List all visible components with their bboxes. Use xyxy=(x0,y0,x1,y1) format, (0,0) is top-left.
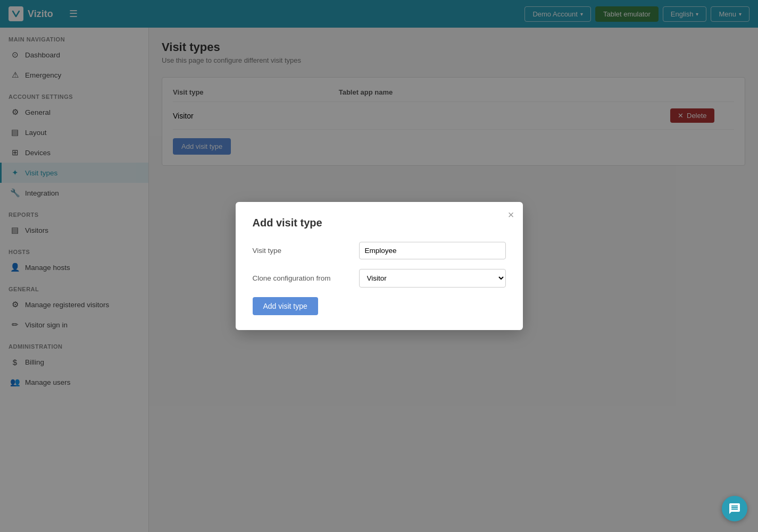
modal-title: Add visit type xyxy=(253,217,506,229)
modal-submit-button[interactable]: Add visit type xyxy=(253,297,318,315)
clone-config-field-label: Clone configuration from xyxy=(253,274,359,282)
visit-type-field-label: Visit type xyxy=(253,247,359,255)
clone-config-field-row: Clone configuration from Visitor Employe… xyxy=(253,269,506,288)
visit-type-field-row: Visit type xyxy=(253,242,506,259)
clone-config-select[interactable]: Visitor Employee xyxy=(359,269,506,288)
modal-close-button[interactable]: × xyxy=(508,209,514,220)
visit-type-input[interactable] xyxy=(359,242,506,259)
add-visit-type-modal: × Add visit type Visit type Clone config… xyxy=(236,202,523,330)
modal-overlay[interactable]: × Add visit type Visit type Clone config… xyxy=(0,0,758,532)
chat-button[interactable] xyxy=(722,496,747,521)
